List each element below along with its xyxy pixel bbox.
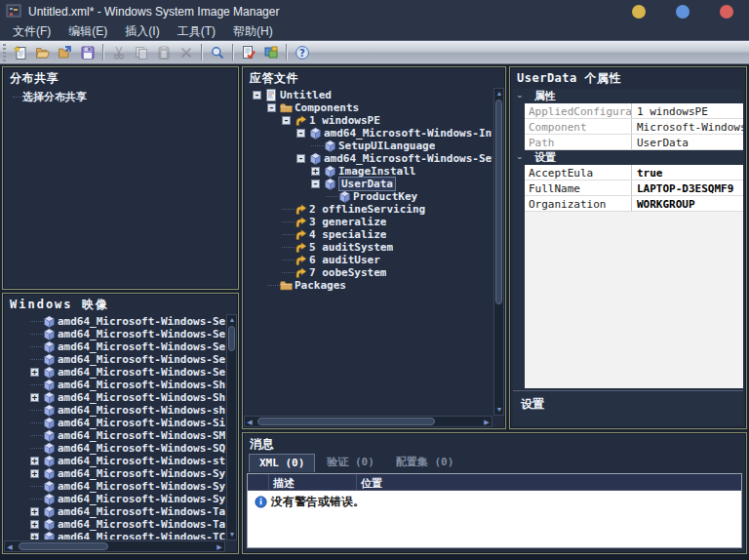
expand-plus-icon[interactable]: + xyxy=(30,469,39,478)
answer-tree-item[interactable]: ProductKey xyxy=(245,190,493,203)
chevron-down-icon: › xyxy=(515,151,525,165)
expand-plus-icon[interactable]: + xyxy=(30,368,39,377)
menu-item-3[interactable]: 插入(I) xyxy=(116,22,168,41)
collapse-minus-icon[interactable]: - xyxy=(253,91,261,100)
import-package-button[interactable] xyxy=(55,42,75,62)
answer-tree-item[interactable]: 3 generalize xyxy=(245,216,493,228)
property-value[interactable]: WORKGROUP xyxy=(632,196,743,211)
distribution-share-item[interactable]: 选择分布共享 xyxy=(5,91,236,103)
answer-tree-item-label: 4 specialize xyxy=(309,228,386,241)
image-list-item-label: amd64_Microsoft-Windows-SMBServer xyxy=(58,429,225,442)
menu-item-4[interactable]: 工具(T) xyxy=(169,22,224,41)
collapse-minus-icon[interactable]: - xyxy=(296,154,305,163)
image-list-item[interactable]: +amd64_Microsoft-Windows-TCPIP_10. xyxy=(5,531,225,540)
property-value[interactable]: 1 windowsPE xyxy=(632,103,743,118)
image-list-item[interactable]: amd64_Microsoft-Windows-Security- xyxy=(5,353,225,366)
answer-tree-item[interactable]: 5 auditSystem xyxy=(245,241,493,254)
property-description-label: 设置 xyxy=(521,397,544,411)
image-list-item[interactable]: amd64_Microsoft-Windows-shwebsvc_ xyxy=(5,404,225,417)
config-set-button[interactable] xyxy=(260,42,281,62)
property-value[interactable]: true xyxy=(632,165,743,180)
open-file-button[interactable] xyxy=(32,42,53,62)
answer-file-vscrollbar: ▲ ▼ xyxy=(493,88,504,416)
answer-tree-item[interactable]: -amd64_Microsoft-Windows-International- xyxy=(245,127,493,140)
image-list-item[interactable]: amd64_Microsoft-Windows-SystemSe xyxy=(5,493,225,505)
answer-tree-item[interactable]: -Untitled xyxy=(245,89,493,101)
collapse-minus-icon[interactable]: - xyxy=(311,180,320,188)
answer-file-hscrollbar: ◀ ▶ xyxy=(244,416,493,427)
scroll-right-icon[interactable]: ▶ xyxy=(482,418,492,427)
copy-icon xyxy=(134,45,149,60)
messages-tab-2[interactable]: 验证 (0) xyxy=(317,453,384,472)
image-list-item[interactable]: +amd64_Microsoft-Windows-TapiSetup xyxy=(5,518,225,531)
property-value[interactable]: UserData xyxy=(632,135,743,149)
tree-connector xyxy=(30,410,43,411)
expand-plus-icon[interactable]: + xyxy=(30,533,39,540)
scroll-down-icon[interactable]: ▼ xyxy=(227,530,237,540)
collapse-minus-icon[interactable]: - xyxy=(282,116,291,125)
answer-tree-item[interactable]: -UserData xyxy=(245,178,493,190)
scroll-up-icon[interactable]: ▲ xyxy=(494,89,504,99)
expand-plus-icon[interactable]: + xyxy=(30,507,39,516)
property-section-header[interactable]: ›设置 xyxy=(513,150,743,165)
image-list-item[interactable]: amd64_Microsoft-Windows-SharedAc xyxy=(5,379,225,391)
scroll-down-icon[interactable]: ▼ xyxy=(494,405,504,415)
answer-tree-item[interactable]: -amd64_Microsoft-Windows-Setup_neutral xyxy=(245,152,493,165)
image-list-item[interactable]: +amd64_Microsoft-Windows-TabletPC- xyxy=(5,505,225,518)
minimize-button[interactable] xyxy=(632,5,646,19)
image-list-item[interactable]: amd64_Microsoft-Windows-Sidebar_ xyxy=(5,417,225,429)
answer-tree-item[interactable]: 7 oobeSystem xyxy=(245,266,493,279)
scroll-right-icon[interactable]: ▶ xyxy=(215,542,224,552)
scroll-up-icon[interactable]: ▲ xyxy=(227,315,237,325)
menu-item-1[interactable]: 文件(F) xyxy=(4,22,59,41)
maximize-button[interactable] xyxy=(676,5,690,19)
image-list-item[interactable]: amd64_Microsoft-Windows-SMBServer xyxy=(5,429,225,442)
image-list-item[interactable]: +amd64_Microsoft-Windows-Setup_10. xyxy=(5,366,225,379)
property-section-header[interactable]: ›属性 xyxy=(513,89,743,103)
menu-item-5[interactable]: 帮助(H) xyxy=(224,22,282,41)
answer-tree-item[interactable]: 2 offlineServicing xyxy=(245,203,493,216)
collapse-minus-icon[interactable]: - xyxy=(296,129,305,138)
expand-plus-icon[interactable]: + xyxy=(30,393,39,402)
property-value[interactable]: Microsoft-Windows-Setup xyxy=(632,119,743,134)
expand-plus-icon[interactable]: + xyxy=(30,520,39,529)
answer-tree-item[interactable]: -Components xyxy=(245,101,493,114)
property-value[interactable]: LAPTOP-D3ESQMF9 xyxy=(632,180,743,195)
messages-tab-1[interactable]: XML (0) xyxy=(249,454,315,472)
close-button[interactable] xyxy=(720,5,733,19)
image-list-item[interactable]: +amd64_Microsoft-Windows-Shell-Se xyxy=(5,391,225,404)
hscroll-thumb[interactable] xyxy=(19,542,108,550)
image-list-item[interactable]: amd64_Microsoft-Windows-SQMApi_10 xyxy=(5,442,225,455)
answer-tree-item[interactable]: 6 auditUser xyxy=(245,254,493,266)
menu-item-2[interactable]: 编辑(E) xyxy=(59,22,116,41)
collapse-minus-icon[interactable]: - xyxy=(267,103,276,112)
expand-plus-icon[interactable]: + xyxy=(30,457,39,465)
save-button[interactable] xyxy=(77,42,98,62)
image-list-item[interactable]: amd64_Microsoft-Windows-Security- xyxy=(5,340,225,353)
image-list-item[interactable]: amd64_Microsoft-Windows-SystemRe xyxy=(5,480,225,493)
help-button[interactable]: ? xyxy=(292,42,312,62)
answer-tree-item[interactable]: Packages xyxy=(245,279,493,292)
scroll-left-icon[interactable]: ◀ xyxy=(5,542,15,552)
new-answer-file-button[interactable] xyxy=(10,42,30,62)
answer-tree-item[interactable]: 4 specialize xyxy=(245,228,493,241)
image-list-item[interactable]: amd64_Microsoft-Windows-Security- xyxy=(5,328,225,340)
find-button[interactable] xyxy=(207,42,227,62)
image-list-item[interactable]: +amd64_Microsoft-Windows-SystemMa xyxy=(5,467,225,480)
answer-tree-item[interactable]: SetupUILanguage xyxy=(245,140,493,152)
toolbar-grip[interactable] xyxy=(3,44,6,61)
message-row[interactable]: 没有警告或错误。 xyxy=(248,491,741,513)
hscroll-thumb[interactable] xyxy=(257,418,435,425)
vscroll-thumb[interactable] xyxy=(495,100,502,304)
messages-tab-3[interactable]: 配置集 (0) xyxy=(386,453,464,472)
answer-tree-item[interactable]: -1 windowsPE xyxy=(245,114,493,127)
scroll-left-icon[interactable]: ◀ xyxy=(245,418,255,427)
image-list-item-label: amd64_Microsoft-Windows-Setup_10. xyxy=(58,366,225,379)
expand-plus-icon[interactable]: + xyxy=(311,167,320,176)
image-list-item[interactable]: amd64_Microsoft-Windows-SecureSta xyxy=(5,315,225,328)
image-list-item[interactable]: +amd64_Microsoft-Windows-stobject_ xyxy=(5,455,225,467)
validate-button[interactable] xyxy=(238,42,258,62)
vscroll-thumb[interactable] xyxy=(228,326,235,351)
folder-icon xyxy=(280,280,295,291)
svg-text:?: ? xyxy=(299,47,305,58)
